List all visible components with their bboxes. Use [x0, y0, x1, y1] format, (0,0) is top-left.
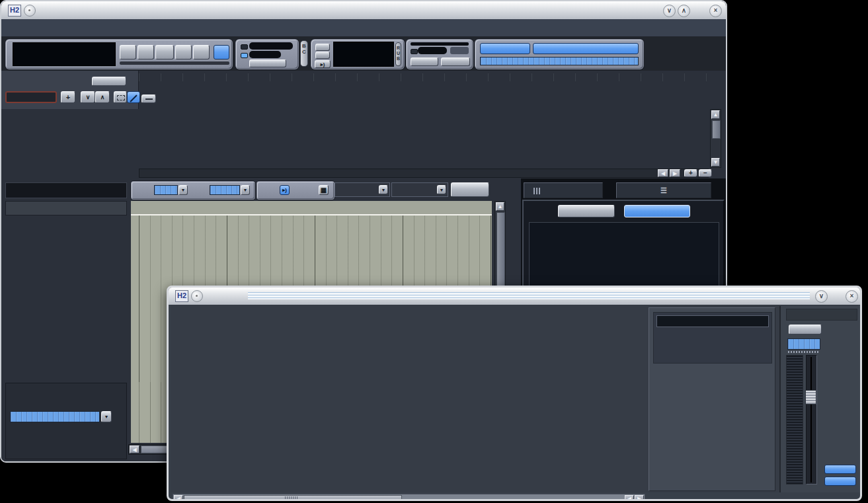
- mixer-minimize-button[interactable]: ∨: [815, 290, 828, 303]
- maximize-button[interactable]: ∧: [678, 5, 690, 17]
- piano-button[interactable]: [451, 182, 489, 197]
- forward-button[interactable]: [193, 45, 210, 59]
- main-titlebar[interactable]: H2 ∨ ∧ ×: [1, 1, 726, 19]
- song-scroll-right-button[interactable]: ▶: [670, 169, 680, 177]
- zoom-in-button[interactable]: +: [684, 169, 697, 177]
- master-fx-button[interactable]: [824, 465, 856, 474]
- size-lcd: [154, 185, 178, 195]
- pattern-scroll-up-button[interactable]: ▲: [496, 202, 504, 211]
- master-fader[interactable]: [806, 355, 817, 484]
- menu-bar: [1, 19, 726, 37]
- minimize-button[interactable]: ∨: [663, 5, 676, 17]
- velocity-panel: ▼: [5, 383, 127, 459]
- list-icon: ☰: [660, 186, 667, 194]
- bpm-minus-button[interactable]: [315, 52, 330, 59]
- mixer-scroll-left-button[interactable]: ◀: [174, 495, 183, 501]
- mode-panel: [235, 39, 299, 69]
- rewind-button[interactable]: [120, 45, 136, 59]
- velocity-dropdown-button[interactable]: ▼: [101, 411, 112, 422]
- bpm-timeline-button[interactable]: [92, 77, 126, 86]
- hear-quant-panel: ▸) ▦: [256, 181, 335, 200]
- song-vscrollbar[interactable]: ▲ ▼: [710, 109, 721, 168]
- mixer-window: H2 ∨ × ◀ ◀ ▶: [167, 286, 862, 501]
- tab-soundlibrary[interactable]: ☰: [616, 182, 711, 198]
- pattern-scroll-left-button[interactable]: ◀: [130, 445, 139, 453]
- toolbar: BC ▸) RUB: [1, 36, 726, 71]
- midi-activity-bar: [411, 42, 469, 46]
- master-title: [786, 309, 857, 321]
- fx-display-area: [653, 312, 772, 364]
- song-scroll-up-button[interactable]: ▲: [711, 110, 720, 119]
- jack-transport-button[interactable]: [411, 58, 438, 66]
- mixer-strips: [173, 288, 645, 492]
- drumset-select[interactable]: ▼: [335, 182, 390, 197]
- bc-strip[interactable]: BC: [300, 40, 308, 67]
- metronome-button[interactable]: ▸): [315, 60, 331, 68]
- fx-panel: [649, 307, 775, 491]
- rub-strip[interactable]: RUB: [395, 42, 401, 66]
- song-vscroll-thumb[interactable]: [712, 120, 721, 139]
- bpm-panel: ▸) RUB: [311, 39, 405, 69]
- beat-ruler[interactable]: [131, 201, 492, 215]
- fx-name-lcd[interactable]: [656, 315, 769, 327]
- instrument-rack-toggle-button[interactable]: [533, 43, 639, 54]
- overview-tab-button[interactable]: [558, 205, 615, 217]
- master-dotted-sep: [788, 351, 820, 353]
- mixer-hscroll-thumb[interactable]: [184, 495, 402, 501]
- time-display: [13, 42, 116, 66]
- layer-header: [530, 223, 719, 235]
- velocity-lcd: [10, 411, 100, 422]
- jack-master-button[interactable]: [441, 58, 470, 66]
- mixer-scroll-left2-button[interactable]: ◀: [625, 495, 634, 501]
- note-length-dropdown-icon[interactable]: ▼: [437, 185, 446, 194]
- quantize-button[interactable]: ▦: [319, 185, 329, 195]
- song-scroll-left-button[interactable]: ◀: [658, 169, 668, 177]
- master-vu-meter: [786, 355, 803, 484]
- stop-button[interactable]: [175, 45, 192, 59]
- record-button[interactable]: [138, 45, 154, 59]
- res-dropdown-button[interactable]: ▼: [241, 185, 250, 195]
- mode-button[interactable]: [249, 59, 286, 67]
- app-icon: H2: [8, 5, 21, 17]
- window-buttons-panel: [475, 39, 644, 69]
- master-volume-lcd: [787, 338, 820, 350]
- size-dropdown-button[interactable]: ▼: [178, 185, 188, 195]
- status-lcd: [480, 57, 639, 65]
- size-res-panel: ▼ ▼: [131, 181, 255, 200]
- transport-groove: [120, 61, 229, 65]
- transport-panel: [5, 39, 233, 69]
- pattern-mode-label[interactable]: [249, 42, 293, 50]
- pattern-mode-led: [241, 44, 248, 50]
- close-button[interactable]: ×: [709, 5, 722, 17]
- master-mute-button[interactable]: [789, 325, 822, 334]
- midi-panel: [406, 39, 473, 69]
- master-peak-button[interactable]: [824, 477, 856, 486]
- note-length-select[interactable]: ▼: [391, 182, 448, 197]
- midi-in-label: [418, 47, 447, 54]
- window-menu-icon[interactable]: [24, 5, 36, 17]
- mixer-close-button[interactable]: ×: [846, 290, 858, 303]
- mixer-scroll-right-button[interactable]: ▶: [635, 495, 644, 501]
- zoom-out-button[interactable]: −: [699, 169, 712, 177]
- tab-instrument[interactable]: [524, 182, 603, 198]
- loop-button[interactable]: [214, 45, 229, 59]
- mixer-toggle-button[interactable]: [480, 43, 530, 54]
- mixer-hscrollbar[interactable]: ◀ ◀ ▶: [173, 494, 645, 501]
- song-hscrollbar[interactable]: ◀ ▶ + −: [139, 169, 709, 178]
- timeline-ruler[interactable]: [1, 93, 709, 107]
- song-mode-label[interactable]: [249, 51, 281, 58]
- layer-editor: [529, 222, 719, 287]
- play-button[interactable]: [155, 45, 174, 59]
- layer-tab-button[interactable]: [624, 205, 690, 217]
- drumset-dropdown-icon[interactable]: ▼: [379, 185, 388, 194]
- bpm-plus-button[interactable]: [315, 44, 330, 51]
- timeline-tick-strip: [139, 73, 709, 81]
- master-fader-handle[interactable]: [805, 390, 816, 405]
- song-scroll-down-button[interactable]: ▼: [711, 158, 720, 167]
- bpm-display: [333, 42, 394, 67]
- current-pattern-name: [5, 201, 127, 215]
- thumb-grip: [285, 496, 298, 500]
- song-editor: + ∨ ∧ ▲ ▼ ◀ ▶ + −: [1, 71, 726, 178]
- layer-rows: [530, 235, 719, 286]
- hear-notes-button[interactable]: ▸): [280, 185, 290, 195]
